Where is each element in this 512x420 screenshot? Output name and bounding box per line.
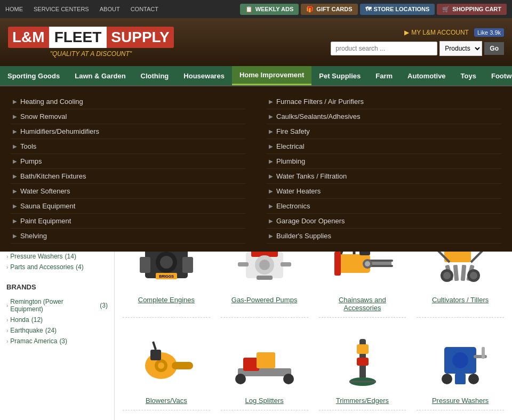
svg-point-59 [235,374,246,384]
nav-housewares[interactable]: Housewares [176,66,232,85]
dropdown-plumbing[interactable]: ▶ Plumbing [267,154,501,169]
dropdown-heating-cooling[interactable]: ▶ Heating and Cooling [11,94,245,109]
product-card-log-splitters: Log Splitters [221,328,308,410]
dropdown-arrow-icon: ▶ [13,99,17,104]
dropdown-tools[interactable]: ▶ Tools [11,139,245,154]
nav-clothing[interactable]: Clothing [133,66,177,85]
dropdown-furnace-filters[interactable]: ▶ Furnace Filters / Air Purifiers [267,94,501,109]
nav-toys[interactable]: Toys [453,66,484,85]
complete-engines-link[interactable]: Complete Engines [138,296,195,304]
store-locations-button[interactable]: 🗺 STORE LOCATIONS [360,4,435,15]
svg-point-72 [468,374,479,384]
dropdown-shelving[interactable]: ▶ Shelving [11,229,245,244]
nav-home-improvement[interactable]: Home Improvement [232,66,311,85]
cultivators-tillers-link[interactable]: Cultivators / Tillers [432,296,489,304]
category-parts-accessories[interactable]: ›Parts and Accessories (4) [6,263,108,271]
svg-rect-74 [482,347,485,359]
brand-earthquake[interactable]: ›Earthquake (24) [6,327,108,334]
list-item: ›Earthquake (24) [6,325,108,336]
search-row: Products Go [331,41,504,56]
product-card-trimmers: Trimmers/Edgers [319,328,406,410]
nav-automotive[interactable]: Automotive [400,66,453,85]
dropdown-arrow-icon: ▶ [269,218,273,224]
account-row: ▶ MY L&M ACCOUNT Like 3.9k [404,28,504,37]
log-splitters-link[interactable]: Log Splitters [245,397,283,405]
blowers-vacs-link[interactable]: Blowers/Vacs [146,397,187,405]
nav-service[interactable]: SERVICE CENTERS [34,6,89,12]
account-icon: ▶ [404,29,409,36]
dropdown-arrow-icon: ▶ [13,158,17,164]
logo-lm: L&M [8,27,49,48]
nav-lawn-garden[interactable]: Lawn & Garden [67,66,133,85]
svg-point-27 [259,260,270,270]
search-category-select[interactable]: Products [439,41,482,56]
svg-line-55 [153,342,156,350]
svg-point-71 [442,374,452,384]
trimmers-edgers-link[interactable]: Trimmers/Edgers [336,397,389,405]
log-splitter-image [227,334,302,392]
trimmer-svg [330,336,394,390]
dropdown-arrow-icon: ▶ [269,233,273,239]
search-go-button[interactable]: Go [484,42,504,55]
header-right: ▶ MY L&M ACCOUNT Like 3.9k Products Go [331,28,504,56]
top-bar: HOME SERVICE CENTERS ABOUT CONTACT 📋 WEE… [0,0,512,18]
svg-rect-18 [140,257,150,273]
svg-text:BRIGGS: BRIGGS [159,274,174,278]
dropdown-electrical[interactable]: ▶ Electrical [267,139,501,154]
nav-footwear[interactable]: Footwear [484,66,512,85]
dropdown-garage-door[interactable]: ▶ Garage Door Openers [267,214,501,229]
logo[interactable]: L&M FLEET SUPPLY [8,27,174,48]
facebook-like[interactable]: Like 3.9k [474,28,504,37]
nav-home[interactable]: HOME [5,6,23,12]
my-account-link[interactable]: ▶ MY L&M ACCOUNT [404,29,469,36]
dropdown-arrow-icon: ▶ [269,188,273,194]
nav-pet-supplies[interactable]: Pet Supplies [311,66,368,85]
dropdown-caulks[interactable]: ▶ Caulks/Sealants/Adhesives [267,109,501,124]
logo-tagline: "QUALITY AT A DISCOUNT" [50,50,132,58]
pressure-washers-link[interactable]: Pressure Washers [432,397,489,405]
dropdown-bath-kitchen[interactable]: ▶ Bath/Kitchen Fixtures [11,169,245,184]
svg-point-45 [443,272,451,279]
dropdown-fire-safety[interactable]: ▶ Fire Safety [267,124,501,139]
dropdown-arrow-icon: ▶ [13,143,17,149]
dropdown-arrow-icon: ▶ [269,203,273,209]
home-improvement-dropdown: ▶ Heating and Cooling ▶ Snow Removal ▶ H… [0,85,512,252]
weekly-ads-icon: 📋 [245,6,253,13]
dropdown-humidifiers[interactable]: ▶ Humidifiers/Dehumidifiers [11,124,245,139]
product-card-blowers: Blowers/Vacs [123,328,210,410]
dropdown-snow-removal[interactable]: ▶ Snow Removal [11,109,245,124]
gas-powered-pumps-link[interactable]: Gas-Powered Pumps [231,296,298,304]
dropdown-electronics[interactable]: ▶ Electronics [267,199,501,214]
gift-cards-button[interactable]: 🎁 GIFT CARDS [301,4,357,15]
dropdown-arrow-icon: ▶ [13,233,17,239]
dropdown-sauna[interactable]: ▶ Sauna Equipment [11,199,245,214]
dropdown-arrow-icon: ▶ [269,128,273,134]
dropdown-water-heaters[interactable]: ▶ Water Heaters [267,184,501,199]
weekly-ads-button[interactable]: 📋 WEEKLY ADS [240,4,299,15]
dropdown-water-tanks[interactable]: ▶ Water Tanks / Filtration [267,169,501,184]
brand-pramac[interactable]: ›Pramac America (3) [6,337,108,345]
nav-contact[interactable]: CONTACT [131,6,158,12]
svg-rect-54 [150,350,161,360]
nav-about[interactable]: ABOUT [100,6,120,12]
shopping-cart-button[interactable]: 🛒 SHOPPING CART [437,4,507,15]
nav-farm[interactable]: Farm [368,66,400,85]
brand-remington[interactable]: ›Remington (Power Equipment) (3) [6,298,108,313]
category-pressure-washers[interactable]: ›Pressure Washers (14) [6,253,108,260]
svg-rect-73 [474,355,487,358]
dropdown-builders-supplies[interactable]: ▶ Builder's Supplies [267,229,501,244]
pressure-washer-image [423,334,498,392]
dropdown-arrow-icon: ▶ [13,218,17,224]
dropdown-arrow-icon: ▶ [269,158,273,164]
dropdown-water-softeners[interactable]: ▶ Water Softeners [11,184,245,199]
gift-cards-icon: 🎁 [306,6,314,13]
list-item: ›Pramac America (3) [6,336,108,346]
nav-sporting-goods[interactable]: Sporting Goods [0,66,67,85]
brand-honda[interactable]: ›Honda (12) [6,316,108,324]
svg-rect-64 [357,344,369,354]
dropdown-paint[interactable]: ▶ Paint Equipment [11,214,245,229]
search-input[interactable] [331,42,437,55]
dropdown-pumps[interactable]: ▶ Pumps [11,154,245,169]
chainsaws-link[interactable]: Chainsaws and Accessories [324,296,401,312]
svg-rect-42 [461,265,467,281]
